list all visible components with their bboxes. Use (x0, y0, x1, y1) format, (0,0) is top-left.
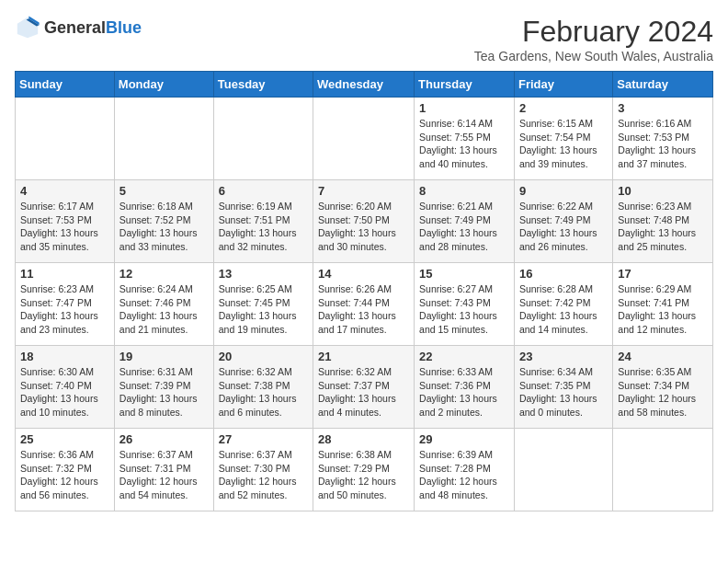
day-info: Sunrise: 6:15 AM Sunset: 7:54 PM Dayligh… (519, 117, 608, 171)
day-number: 11 (20, 267, 109, 281)
calendar-cell: 24Sunrise: 6:35 AM Sunset: 7:34 PM Dayli… (613, 346, 713, 429)
location-subtitle: Tea Gardens, New South Wales, Australia (474, 49, 713, 63)
calendar-cell: 29Sunrise: 6:39 AM Sunset: 7:28 PM Dayli… (415, 429, 515, 511)
day-number: 14 (318, 267, 409, 281)
calendar-cell (514, 429, 612, 511)
calendar-cell: 23Sunrise: 6:34 AM Sunset: 7:35 PM Dayli… (514, 346, 612, 429)
calendar-cell (114, 98, 213, 180)
day-number: 22 (419, 350, 509, 363)
day-info: Sunrise: 6:25 AM Sunset: 7:45 PM Dayligh… (219, 282, 308, 337)
calendar-cell: 27Sunrise: 6:37 AM Sunset: 7:30 PM Dayli… (213, 429, 313, 511)
day-number: 20 (219, 350, 308, 363)
day-number: 6 (219, 184, 308, 198)
day-info: Sunrise: 6:28 AM Sunset: 7:42 PM Dayligh… (519, 282, 608, 337)
day-info: Sunrise: 6:14 AM Sunset: 7:55 PM Dayligh… (419, 117, 509, 171)
day-info: Sunrise: 6:34 AM Sunset: 7:35 PM Dayligh… (519, 365, 608, 419)
day-number: 28 (318, 432, 409, 446)
day-info: Sunrise: 6:17 AM Sunset: 7:53 PM Dayligh… (20, 200, 109, 254)
calendar-week-row: 18Sunrise: 6:30 AM Sunset: 7:40 PM Dayli… (16, 346, 713, 429)
day-info: Sunrise: 6:29 AM Sunset: 7:41 PM Dayligh… (618, 282, 708, 337)
day-info: Sunrise: 6:19 AM Sunset: 7:51 PM Dayligh… (219, 200, 308, 254)
calendar-cell: 22Sunrise: 6:33 AM Sunset: 7:36 PM Dayli… (415, 346, 515, 429)
day-info: Sunrise: 6:26 AM Sunset: 7:44 PM Dayligh… (318, 282, 409, 337)
calendar-cell: 12Sunrise: 6:24 AM Sunset: 7:46 PM Dayli… (114, 263, 213, 346)
calendar-cell: 4Sunrise: 6:17 AM Sunset: 7:53 PM Daylig… (16, 180, 115, 263)
calendar-header-row: SundayMondayTuesdayWednesdayThursdayFrid… (16, 72, 713, 98)
col-header-friday: Friday (514, 72, 612, 98)
calendar-table: SundayMondayTuesdayWednesdayThursdayFrid… (15, 71, 713, 511)
col-header-saturday: Saturday (613, 72, 713, 98)
day-number: 25 (20, 432, 109, 446)
calendar-cell: 17Sunrise: 6:29 AM Sunset: 7:41 PM Dayli… (613, 263, 713, 346)
calendar-cell (313, 98, 415, 180)
page-header: GeneralBlue February 2024 Tea Gardens, N… (15, 15, 713, 63)
day-info: Sunrise: 6:33 AM Sunset: 7:36 PM Dayligh… (419, 365, 509, 419)
calendar-cell (613, 429, 713, 511)
day-number: 13 (219, 267, 308, 281)
col-header-wednesday: Wednesday (313, 72, 415, 98)
day-info: Sunrise: 6:38 AM Sunset: 7:29 PM Dayligh… (318, 448, 409, 502)
day-info: Sunrise: 6:37 AM Sunset: 7:31 PM Dayligh… (119, 448, 209, 502)
calendar-cell: 2Sunrise: 6:15 AM Sunset: 7:54 PM Daylig… (514, 98, 612, 180)
calendar-cell: 20Sunrise: 6:32 AM Sunset: 7:38 PM Dayli… (213, 346, 313, 429)
col-header-tuesday: Tuesday (213, 72, 313, 98)
day-number: 27 (219, 432, 308, 446)
calendar-cell: 6Sunrise: 6:19 AM Sunset: 7:51 PM Daylig… (213, 180, 313, 263)
calendar-cell: 13Sunrise: 6:25 AM Sunset: 7:45 PM Dayli… (213, 263, 313, 346)
col-header-sunday: Sunday (16, 72, 115, 98)
day-info: Sunrise: 6:36 AM Sunset: 7:32 PM Dayligh… (20, 448, 109, 502)
calendar-cell: 25Sunrise: 6:36 AM Sunset: 7:32 PM Dayli… (16, 429, 115, 511)
calendar-cell: 28Sunrise: 6:38 AM Sunset: 7:29 PM Dayli… (313, 429, 415, 511)
calendar-cell: 21Sunrise: 6:32 AM Sunset: 7:37 PM Dayli… (313, 346, 415, 429)
calendar-cell: 3Sunrise: 6:16 AM Sunset: 7:53 PM Daylig… (613, 98, 713, 180)
day-info: Sunrise: 6:32 AM Sunset: 7:37 PM Dayligh… (318, 365, 409, 419)
day-number: 21 (318, 350, 409, 363)
day-info: Sunrise: 6:27 AM Sunset: 7:43 PM Dayligh… (419, 282, 509, 337)
day-info: Sunrise: 6:24 AM Sunset: 7:46 PM Dayligh… (119, 282, 209, 337)
day-number: 2 (519, 101, 608, 115)
calendar-week-row: 1Sunrise: 6:14 AM Sunset: 7:55 PM Daylig… (16, 98, 713, 180)
calendar-week-row: 4Sunrise: 6:17 AM Sunset: 7:53 PM Daylig… (16, 180, 713, 263)
col-header-thursday: Thursday (415, 72, 515, 98)
day-number: 7 (318, 184, 409, 198)
calendar-cell: 15Sunrise: 6:27 AM Sunset: 7:43 PM Dayli… (415, 263, 515, 346)
day-info: Sunrise: 6:23 AM Sunset: 7:48 PM Dayligh… (618, 200, 708, 254)
day-number: 16 (519, 267, 608, 281)
day-number: 24 (618, 350, 708, 363)
day-info: Sunrise: 6:30 AM Sunset: 7:40 PM Dayligh… (20, 365, 109, 419)
month-year-title: February 2024 (474, 15, 713, 49)
day-number: 23 (519, 350, 608, 363)
calendar-cell: 5Sunrise: 6:18 AM Sunset: 7:52 PM Daylig… (114, 180, 213, 263)
day-info: Sunrise: 6:22 AM Sunset: 7:49 PM Dayligh… (519, 200, 608, 254)
logo: GeneralBlue (15, 15, 142, 40)
day-number: 26 (119, 432, 209, 446)
day-info: Sunrise: 6:16 AM Sunset: 7:53 PM Dayligh… (618, 117, 708, 171)
col-header-monday: Monday (114, 72, 213, 98)
day-number: 3 (618, 101, 708, 115)
title-block: February 2024 Tea Gardens, New South Wal… (474, 15, 713, 63)
day-number: 5 (119, 184, 209, 198)
calendar-cell: 19Sunrise: 6:31 AM Sunset: 7:39 PM Dayli… (114, 346, 213, 429)
day-number: 1 (419, 101, 509, 115)
day-number: 19 (119, 350, 209, 363)
day-info: Sunrise: 6:20 AM Sunset: 7:50 PM Dayligh… (318, 200, 409, 254)
calendar-cell (213, 98, 313, 180)
day-info: Sunrise: 6:21 AM Sunset: 7:49 PM Dayligh… (419, 200, 509, 254)
calendar-cell: 26Sunrise: 6:37 AM Sunset: 7:31 PM Dayli… (114, 429, 213, 511)
calendar-cell: 8Sunrise: 6:21 AM Sunset: 7:49 PM Daylig… (415, 180, 515, 263)
calendar-cell: 9Sunrise: 6:22 AM Sunset: 7:49 PM Daylig… (514, 180, 612, 263)
calendar-week-row: 25Sunrise: 6:36 AM Sunset: 7:32 PM Dayli… (16, 429, 713, 511)
calendar-cell: 10Sunrise: 6:23 AM Sunset: 7:48 PM Dayli… (613, 180, 713, 263)
day-number: 10 (618, 184, 708, 198)
day-info: Sunrise: 6:37 AM Sunset: 7:30 PM Dayligh… (219, 448, 308, 502)
calendar-cell: 14Sunrise: 6:26 AM Sunset: 7:44 PM Dayli… (313, 263, 415, 346)
day-info: Sunrise: 6:32 AM Sunset: 7:38 PM Dayligh… (219, 365, 308, 419)
day-info: Sunrise: 6:18 AM Sunset: 7:52 PM Dayligh… (119, 200, 209, 254)
calendar-cell: 1Sunrise: 6:14 AM Sunset: 7:55 PM Daylig… (415, 98, 515, 180)
day-info: Sunrise: 6:35 AM Sunset: 7:34 PM Dayligh… (618, 365, 708, 419)
day-number: 4 (20, 184, 109, 198)
calendar-cell: 16Sunrise: 6:28 AM Sunset: 7:42 PM Dayli… (514, 263, 612, 346)
day-number: 12 (119, 267, 209, 281)
day-info: Sunrise: 6:23 AM Sunset: 7:47 PM Dayligh… (20, 282, 109, 337)
logo-icon (15, 15, 40, 40)
